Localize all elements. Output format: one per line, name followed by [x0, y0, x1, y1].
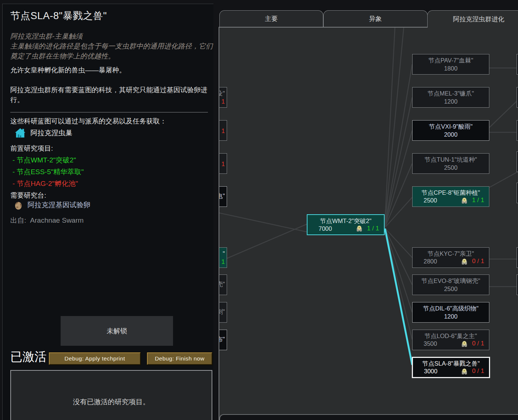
node-title: 节点LOD-6"巢之主" [413, 333, 489, 339]
node-cost-row: 35000 / 1 [413, 340, 489, 347]
techprint-faction-row: 阿拉克涅虫巢 [15, 128, 72, 139]
bench-name: 阿拉克涅基因试验卵 [28, 200, 90, 210]
node-title: 节点MEL-3"镰爪" [413, 90, 489, 97]
prerequisite-item: - 节点HAG-2"孵化池" [12, 179, 78, 189]
node-cost-row: 2000 [413, 131, 489, 138]
node-cost-row: 30000 / 1 [413, 368, 489, 375]
node-cost-row: 70001 / 1 [307, 225, 384, 232]
node-title: 节点EVO-8"玻璃钢壳" [413, 277, 489, 284]
bench-row: 阿拉克涅基因试验卵 [14, 200, 90, 210]
research-node-partial-right[interactable] [517, 87, 518, 108]
research-flavor-text: 阿拉克涅虫群-主巢触须 主巢触须的进化路径是包含于每一支虫群中的通用进化路径，它… [10, 31, 213, 61]
debug-finish-label: Debug: Finish now [155, 355, 204, 362]
research-node-partial-right[interactable] [517, 247, 518, 268]
node-cost-row: 1800 [413, 65, 489, 72]
node-title: 节点PAV-7"血棘" [413, 57, 489, 64]
research-node-kyc7[interactable]: 节点KYC-7"亲卫"28000 / 1 [412, 247, 489, 268]
bottom-bar [219, 414, 518, 420]
node-title-fragment: 布" [219, 336, 227, 342]
node-title: 节点KYC-7"亲卫" [413, 250, 489, 257]
node-cost: 7000 [319, 225, 332, 232]
research-node-partial-left[interactable]: 电" [219, 186, 227, 207]
node-title: 节点SLA-8"暴戮之兽" [413, 360, 489, 367]
node-title: 节点TUN-1"坑道种" [413, 156, 489, 163]
active-projects-empty-text: 没有已激活的研究项目。 [73, 398, 150, 406]
techprint-icon [461, 368, 468, 375]
node-title-fragment: " [219, 250, 227, 257]
tab-arachnae-evolution[interactable]: 阿拉克涅虫群进化 [427, 10, 518, 28]
node-title-fragment: 电" [219, 193, 227, 199]
research-node-partial-left[interactable]: 壳" [219, 274, 227, 295]
techprint-faction-name: 阿拉克涅虫巢 [30, 128, 72, 138]
node-cost: 2500 [424, 197, 437, 204]
node-count-fragment: 1 [219, 161, 227, 167]
node-title-fragment: 殳" [219, 90, 227, 97]
techprint-count: 1 / 1 [367, 225, 379, 232]
gene-egg-icon [14, 200, 23, 210]
research-node-partial-left[interactable]: 刺" [219, 302, 227, 323]
node-cost: 3000 [424, 368, 438, 374]
tab-main[interactable]: 主要 [219, 10, 323, 27]
tab-anomaly[interactable]: 异象 [323, 10, 428, 27]
node-cost-row: 2500 [413, 286, 489, 292]
mod-source: 出自: Arachnae Swarm [10, 216, 84, 225]
node-cost-row: 25001 / 1 [413, 197, 489, 204]
debug-apply-label: Debug: Apply techprint [65, 355, 125, 362]
research-node-partial-right[interactable] [517, 274, 518, 295]
research-node-vxi9[interactable]: 节点VXI-9"酸雨"2000 [412, 120, 489, 141]
prerequisites-label: 前置研究项目: [10, 144, 53, 153]
node-cost-row: 1200 [413, 98, 489, 105]
node-cost-row: 28000 / 1 [413, 258, 489, 265]
research-node-sla8[interactable]: 节点SLA-8"暴戮之兽"30000 / 1 [412, 357, 490, 378]
unlock-button-label: 未解锁 [107, 326, 127, 335]
unlock-button[interactable]: 未解锁 [61, 316, 173, 346]
research-node-evo8[interactable]: 节点EVO-8"玻璃钢壳"2500 [412, 274, 489, 295]
research-node-mel3[interactable]: 节点MEL-3"镰爪"1200 [412, 87, 489, 108]
research-node-partial-left[interactable]: 殳"1 [219, 87, 227, 108]
prerequisite-item: - 节点WMT-2"突破2" [12, 155, 76, 165]
research-node-wmt2[interactable]: 节点WMT-2"突破2"70001 / 1 [307, 214, 385, 235]
faction-house-icon [15, 128, 26, 139]
research-node-partial-left[interactable]: 布" [219, 330, 227, 350]
research-node-tun1[interactable]: 节点TUN-1"坑道种"2500 [412, 153, 489, 174]
research-node-partial-left[interactable]: "1 [219, 247, 227, 268]
node-title: 节点VXI-9"酸雨" [413, 123, 489, 130]
research-node-partial-left[interactable]: 1 [219, 153, 227, 174]
node-title-fragment: 壳" [219, 281, 227, 287]
techprint-icon [461, 258, 468, 265]
node-title: 节点CPE-8"钜菌种植" [413, 189, 489, 196]
research-node-lod6[interactable]: 节点LOD-6"巢之主"35000 / 1 [412, 330, 489, 350]
research-node-cpe8[interactable]: 节点CPE-8"钜菌种植"25001 / 1 [412, 186, 489, 207]
research-tree-canvas[interactable]: 节点PAV-7"血棘"1800节点MEL-3"镰爪"1200节点VXI-9"酸雨… [219, 27, 518, 420]
node-cost-row: 1200 [413, 313, 489, 320]
research-node-partial-left[interactable]: 1 [219, 120, 227, 141]
node-count-fragment: 1 [219, 258, 227, 265]
techprint-icon [461, 341, 468, 347]
tab-main-label: 主要 [265, 14, 278, 23]
research-node-partial-right[interactable] [517, 54, 518, 75]
research-node-partial-right[interactable] [517, 120, 518, 141]
research-note: 阿拉克涅虫群所有需要蓝图的科技，其研究只能通过基因试验卵进行。 [10, 85, 213, 105]
techprint-count: 0 / 1 [472, 258, 484, 265]
tab-anomaly-label: 异象 [369, 14, 382, 23]
node-cost: 3500 [424, 340, 437, 347]
node-title: 节点WMT-2"突破2" [307, 218, 384, 224]
debug-apply-techprint-button[interactable]: Debug: Apply techprint [49, 352, 141, 365]
techprint-icon [356, 225, 363, 232]
active-projects-heading: 已激活 [10, 349, 47, 365]
techprint-source-label: 这些科研蓝图可以通过与派系的交易以及任务获取： [10, 116, 167, 126]
techprint-icon [461, 197, 468, 204]
research-node-partial-right[interactable] [517, 183, 518, 203]
debug-finish-now-button[interactable]: Debug: Finish now [147, 352, 212, 365]
techprint-count: 0 / 1 [472, 340, 484, 347]
techprint-count: 0 / 1 [472, 368, 484, 375]
research-node-pav7[interactable]: 节点PAV-7"血棘"1800 [412, 54, 489, 75]
tab-arachnae-evolution-label: 阿拉克涅虫群进化 [453, 15, 504, 24]
highlighted-path-line [385, 229, 412, 365]
divider [10, 112, 208, 112]
research-node-dil6[interactable]: 节点DIL-6"高级织物"1200 [412, 302, 489, 323]
research-detail-panel: 节点SLA-8"暴戮之兽" 阿拉克涅虫群-主巢触须 主巢触须的进化路径是包含于每… [2, 4, 213, 420]
research-node-partial-right[interactable] [517, 151, 518, 172]
node-count-fragment: 1 [219, 98, 227, 105]
selected-research-title: 节点SLA-8"暴戮之兽" [10, 9, 107, 22]
